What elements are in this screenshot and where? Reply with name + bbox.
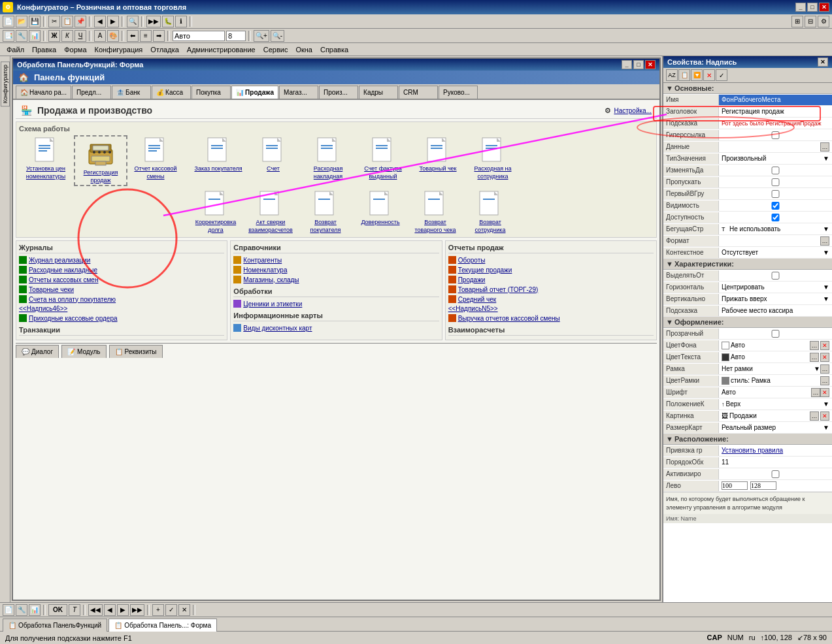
schema-item-11[interactable]: Возврат покупателя: [299, 189, 352, 234]
align-left[interactable]: ⬅: [127, 30, 139, 42]
bi-t-btn[interactable]: T: [69, 604, 80, 616]
inner-minimize[interactable]: _: [622, 60, 632, 69]
prop-value-podskazka2[interactable]: Рабочее место кассира: [719, 306, 832, 316]
bi-ok-btn[interactable]: OK: [48, 604, 67, 616]
color-btn[interactable]: А: [94, 30, 106, 42]
schema-item-0[interactable]: Установка цен номенклатуры: [19, 135, 73, 181]
report-link-5[interactable]: <<НадписьN5>>: [448, 305, 654, 312]
bi-btn7[interactable]: ▶▶: [130, 604, 144, 616]
tab-bank[interactable]: 🏦 Банк: [112, 86, 151, 99]
tab-module[interactable]: 📝 Модуль: [61, 345, 106, 358]
prop-value-tipznach[interactable]: Произвольный ▼: [719, 153, 832, 164]
journal-link-4[interactable]: Счета на оплату покупателю: [19, 295, 224, 303]
open-btn[interactable]: 📂: [16, 16, 27, 27]
prop-value-ramka[interactable]: Нет рамки ▼ …: [719, 364, 832, 374]
prop-value-poryadok[interactable]: 11: [719, 457, 832, 468]
menu-debug[interactable]: Отладка: [146, 44, 182, 55]
tab-prodazha[interactable]: 📊 Продажа: [231, 86, 278, 99]
props-del-btn[interactable]: ✕: [703, 69, 715, 81]
menu-help[interactable]: Справка: [316, 44, 352, 55]
proc-link-0[interactable]: Ценники и этикетки: [233, 300, 439, 308]
prop-checkbox-aktiviz[interactable]: [722, 470, 829, 478]
bi-btn10[interactable]: ✕: [178, 604, 190, 616]
prop-shrift-x[interactable]: ✕: [820, 388, 829, 397]
schema-item-12[interactable]: Доверенность: [354, 189, 407, 227]
journal-link-2[interactable]: Отчеты кассовых смен: [19, 276, 224, 283]
props-sort-btn[interactable]: 📋: [678, 69, 690, 81]
tab-ruk[interactable]: Руково...: [439, 86, 478, 99]
menu-service[interactable]: Сервис: [259, 44, 292, 55]
journal-link-1[interactable]: Расходные накладные: [19, 266, 224, 274]
tb2-btn1[interactable]: 📑: [3, 30, 14, 42]
prop-format-dots[interactable]: …: [820, 236, 829, 246]
maximize-button[interactable]: □: [807, 3, 818, 12]
forward-btn[interactable]: ▶: [107, 16, 119, 27]
tab-kassa[interactable]: 💰 Касса: [152, 86, 191, 99]
tab-nachalo[interactable]: 🏠 Начало ра...: [16, 86, 71, 99]
props-az-btn[interactable]: AZ: [666, 69, 678, 81]
bi-btn3[interactable]: 📊: [29, 604, 41, 616]
report-link-4[interactable]: Средний чек: [448, 295, 654, 303]
prop-value-format[interactable]: …: [719, 236, 832, 246]
schema-item-10[interactable]: Акт сверки взаиморасчетов: [244, 189, 297, 234]
tb2-btn2[interactable]: 🔧: [16, 30, 27, 42]
menu-file[interactable]: Файл: [3, 44, 28, 55]
save-btn[interactable]: 💾: [29, 16, 41, 27]
infocard-link-0[interactable]: Виды дисконтных карт: [233, 324, 439, 332]
paste-btn[interactable]: 📌: [75, 16, 86, 27]
prop-checkbox-propusk[interactable]: [722, 178, 829, 186]
schema-item-2[interactable]: Отчет кассовой смены: [129, 135, 182, 181]
run-btn[interactable]: ▶▶: [146, 16, 161, 27]
prop-value-name[interactable]: ФонРабочегоМеста: [719, 95, 832, 105]
schema-item-13[interactable]: Возврат товарного чека: [408, 189, 462, 234]
props-close-btn[interactable]: ✕: [818, 57, 828, 67]
prop-value-polozhk[interactable]: ↑ Верх ▼: [719, 399, 832, 410]
extra-btn2[interactable]: ⊟: [805, 16, 816, 27]
tab-dialog[interactable]: 💬 Диалог: [16, 345, 59, 358]
prop-value-zagolovok[interactable]: Регистрация продаж: [719, 106, 832, 117]
schema-item-1[interactable]: Регистрация продаж: [74, 135, 127, 186]
tab-pokupka[interactable]: Покупка: [191, 86, 231, 99]
prop-value-razmerkart[interactable]: Реальный размер ▼: [719, 423, 832, 433]
prop-input-levo[interactable]: [722, 481, 748, 490]
prop-value-vertikalno[interactable]: Прижать вверх ▼: [719, 294, 832, 304]
bi-btn2[interactable]: 🔧: [16, 604, 27, 616]
tab-crm[interactable]: CRM: [399, 86, 438, 99]
prop-value-context[interactable]: Отсутствует ▼: [719, 248, 832, 258]
journal-link-6[interactable]: Приходные кассовые ордера: [19, 314, 224, 322]
report-link-1[interactable]: Текущие продажи: [448, 266, 654, 274]
menu-edit[interactable]: Правка: [28, 44, 60, 55]
prop-checkbox-pervyivgru[interactable]: [722, 190, 829, 198]
minimize-button[interactable]: _: [795, 3, 806, 12]
bi-btn1[interactable]: 📄: [3, 604, 14, 616]
prop-value-privyazka[interactable]: Установить правила: [719, 445, 832, 456]
align-center[interactable]: ≡: [140, 30, 152, 42]
prop-ramka-dots[interactable]: …: [820, 364, 829, 374]
schema-item-4[interactable]: Счет: [246, 135, 300, 173]
btab-obr1[interactable]: 📋 Обработка ПанельФункций: [3, 619, 107, 632]
zoom-out[interactable]: 🔍-: [271, 30, 284, 42]
report-link-3[interactable]: Товарный отчет (ТОРГ-29): [448, 285, 654, 293]
journal-link-0[interactable]: Журнал реализации: [19, 256, 224, 264]
prop-cvetfona-x[interactable]: ✕: [820, 341, 829, 350]
prop-kartinka-x[interactable]: ✕: [820, 411, 829, 421]
schema-item-6[interactable]: Счет фактура выданный: [356, 135, 410, 181]
bi-btn4[interactable]: ◀◀: [88, 604, 103, 616]
bi-btn8[interactable]: +: [152, 604, 164, 616]
schema-item-3[interactable]: Заказ покупателя: [191, 135, 245, 173]
ref-link-2[interactable]: Магазины, склады: [233, 276, 439, 283]
prop-checkbox-izmendat[interactable]: [722, 167, 829, 174]
debug-btn[interactable]: 🐛: [162, 16, 174, 27]
prop-value-begstr[interactable]: Т Не использовать ▼: [719, 224, 832, 234]
konfigurator-tab[interactable]: Конфигуратор: [1, 61, 10, 106]
bi-btn6[interactable]: ▶: [117, 604, 129, 616]
new-btn[interactable]: 📄: [3, 16, 14, 27]
schema-item-5[interactable]: Расходная накладная: [301, 135, 355, 181]
prop-value-cvetteksta[interactable]: Авто … ✕: [719, 352, 832, 362]
tab-rekvizity[interactable]: 📋 Реквизиты: [109, 345, 163, 358]
prop-value-gorizont[interactable]: Центрировать ▼: [719, 282, 832, 293]
info-btn[interactable]: ℹ: [175, 16, 187, 27]
tb2-btn3[interactable]: 📊: [29, 30, 41, 42]
tab-magaz[interactable]: Магаз...: [279, 86, 318, 99]
prop-checkbox-vydelot[interactable]: [722, 272, 829, 280]
